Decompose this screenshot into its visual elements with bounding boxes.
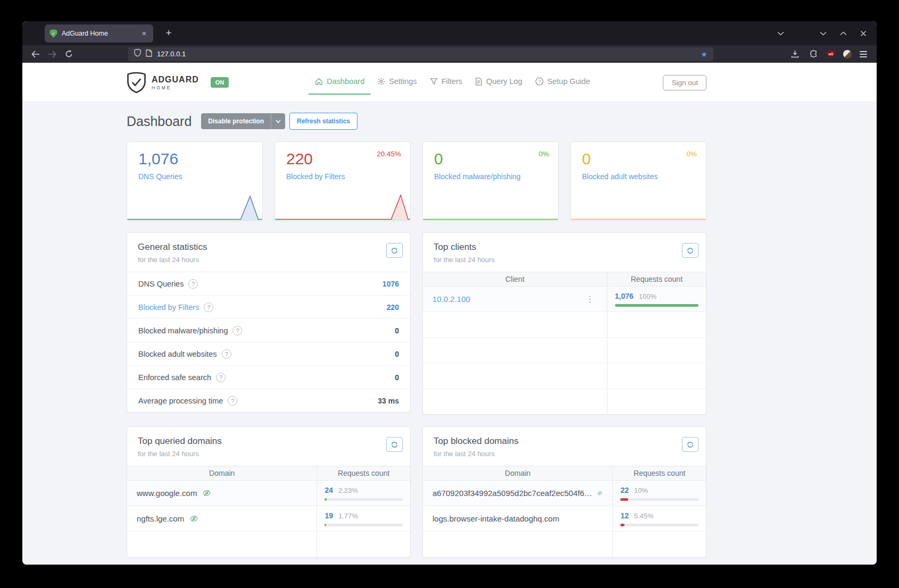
- disable-protection-dropdown[interactable]: [271, 113, 285, 129]
- funnel-icon: [430, 78, 438, 86]
- reload-icon[interactable]: [63, 48, 74, 60]
- refresh-statistics-button[interactable]: Refresh statistics: [289, 113, 357, 130]
- brand-sub: HOME: [152, 85, 199, 90]
- top-blocked-domains-panel: Top blocked domains for the last 24 hour…: [422, 426, 706, 558]
- row-menu-kebab-icon[interactable]: ⋮: [583, 295, 597, 304]
- extension-icon[interactable]: [843, 50, 852, 58]
- card-label-link[interactable]: Blocked by Filters: [286, 172, 410, 181]
- disable-protection-button[interactable]: Disable protection: [201, 113, 285, 129]
- browser-tab-adguard[interactable]: ✓ AdGuard Home ×: [45, 24, 153, 43]
- column-header-client[interactable]: Client: [423, 272, 607, 286]
- card-label-link[interactable]: Blocked adult websites: [582, 172, 706, 181]
- browser-tab-bar: ✓ AdGuard Home × +: [22, 21, 877, 45]
- card-percent: 20.45%: [377, 150, 401, 158]
- request-percent: 1.77%: [338, 512, 358, 520]
- nav-query-log[interactable]: Query Log: [469, 69, 529, 95]
- request-percent: 2.23%: [338, 486, 358, 494]
- url-text[interactable]: 127.0.0.1: [157, 50, 696, 58]
- back-icon[interactable]: [30, 48, 41, 60]
- tab-close-icon[interactable]: ×: [140, 29, 148, 38]
- refresh-panel-button[interactable]: [386, 437, 403, 452]
- empty-row: [127, 532, 410, 557]
- sign-out-button[interactable]: Sign out: [663, 75, 706, 90]
- desktop-background: ✓ AdGuard Home × +: [0, 0, 899, 588]
- nav-label: Filters: [442, 77, 462, 86]
- panel-subtitle: for the last 24 hours: [138, 450, 399, 458]
- ublock-origin-icon[interactable]: uO: [827, 50, 835, 58]
- menu-hamburger-icon[interactable]: [860, 51, 867, 57]
- top-blocked-table: Domain Requests count a6709203f34992a509…: [423, 466, 706, 557]
- stat-row: DNS Queries? 1076: [127, 272, 410, 295]
- tracking-protection-shield-icon[interactable]: [134, 49, 141, 59]
- refresh-panel-button[interactable]: [682, 243, 698, 258]
- stat-value[interactable]: 220: [387, 303, 399, 312]
- request-count: 19: [324, 511, 333, 520]
- nav-label: Query Log: [486, 77, 522, 86]
- progress-bar: [615, 304, 698, 307]
- nav-settings[interactable]: Settings: [371, 69, 423, 95]
- request-count: 24: [324, 486, 333, 494]
- help-icon[interactable]: ?: [232, 326, 242, 335]
- window-close-icon[interactable]: [858, 29, 869, 38]
- privacy-eye-off-icon[interactable]: [597, 489, 603, 498]
- card-label-link[interactable]: DNS Queries: [138, 172, 262, 181]
- card-percent: 0%: [686, 150, 697, 158]
- bookmark-star-icon[interactable]: ★: [701, 51, 707, 58]
- stat-label: Average processing time: [138, 397, 223, 405]
- window-shade-icon[interactable]: [818, 29, 828, 38]
- gear-icon: [377, 78, 385, 86]
- sparkline-blue: [127, 192, 262, 220]
- privacy-eye-off-icon[interactable]: [189, 514, 199, 523]
- forward-icon[interactable]: [46, 48, 58, 60]
- request-percent: 10%: [634, 486, 648, 494]
- column-header-requests[interactable]: Requests count: [607, 272, 706, 286]
- card-blocked-adult: 0 Blocked adult websites 0%: [570, 141, 706, 221]
- stat-label: DNS Queries: [138, 280, 184, 288]
- card-label-link[interactable]: Blocked malware/phishing: [434, 172, 558, 181]
- page-content: ADGUARD HOME ON Dashboard Settings: [22, 63, 877, 565]
- panel-title: Top blocked domains: [434, 436, 695, 447]
- help-icon[interactable]: ?: [228, 396, 237, 406]
- panel-subtitle: for the last 24 hours: [138, 256, 399, 264]
- column-header-domain[interactable]: Domain: [423, 466, 612, 480]
- stat-row: Average processing time? 33 ms: [127, 389, 410, 412]
- help-icon[interactable]: ?: [216, 373, 226, 382]
- new-tab-button[interactable]: +: [162, 26, 176, 40]
- extensions-puzzle-icon[interactable]: [808, 49, 819, 60]
- request-percent: 100%: [639, 292, 656, 300]
- sparkline-green: [423, 192, 558, 220]
- nav-dashboard[interactable]: Dashboard: [309, 69, 371, 95]
- request-count: 1,076: [615, 292, 634, 300]
- url-bar[interactable]: 127.0.0.1 ★: [128, 47, 713, 61]
- top-clients-panel: Top clients for the last 24 hours Client…: [422, 232, 706, 415]
- help-icon[interactable]: ?: [204, 303, 213, 312]
- window-maximize-icon[interactable]: [838, 29, 848, 38]
- nav-setup-guide[interactable]: ? Setup Guide: [529, 69, 597, 95]
- progress-bar: [620, 524, 698, 526]
- column-header-requests[interactable]: Requests count: [317, 466, 410, 480]
- privacy-eye-off-icon[interactable]: [202, 489, 212, 498]
- adguard-logo[interactable]: ADGUARD HOME ON: [127, 72, 229, 94]
- help-icon[interactable]: ?: [222, 349, 231, 359]
- client-ip-link[interactable]: 10.0.2.100: [432, 295, 470, 304]
- nav-label: Settings: [389, 77, 417, 86]
- page-title: Dashboard: [127, 114, 192, 129]
- domain-row: logs.browser-intake-datadoghq.com 12 5.4…: [423, 506, 706, 532]
- downloads-icon[interactable]: [789, 49, 800, 60]
- refresh-panel-button[interactable]: [386, 243, 403, 258]
- stat-label-link[interactable]: Blocked by Filters: [138, 303, 199, 312]
- column-header-domain[interactable]: Domain: [127, 466, 317, 480]
- refresh-panel-button[interactable]: [682, 437, 698, 452]
- request-percent: 5.45%: [634, 512, 654, 520]
- nav-filters[interactable]: Filters: [423, 69, 469, 95]
- request-count: 22: [620, 486, 629, 494]
- progress-bar: [620, 498, 698, 501]
- list-tabs-chevron-icon[interactable]: [775, 29, 786, 38]
- domain-name: a6709203f34992a5095d2bc7ceaf2ec504f6…: [432, 489, 592, 498]
- stat-value[interactable]: 1076: [382, 280, 399, 288]
- page-info-icon[interactable]: [146, 49, 152, 59]
- adguard-favicon-icon: ✓: [49, 29, 57, 38]
- help-icon[interactable]: ?: [188, 279, 198, 289]
- tab-title: AdGuard Home: [62, 30, 136, 37]
- column-header-requests[interactable]: Requests count: [612, 466, 706, 480]
